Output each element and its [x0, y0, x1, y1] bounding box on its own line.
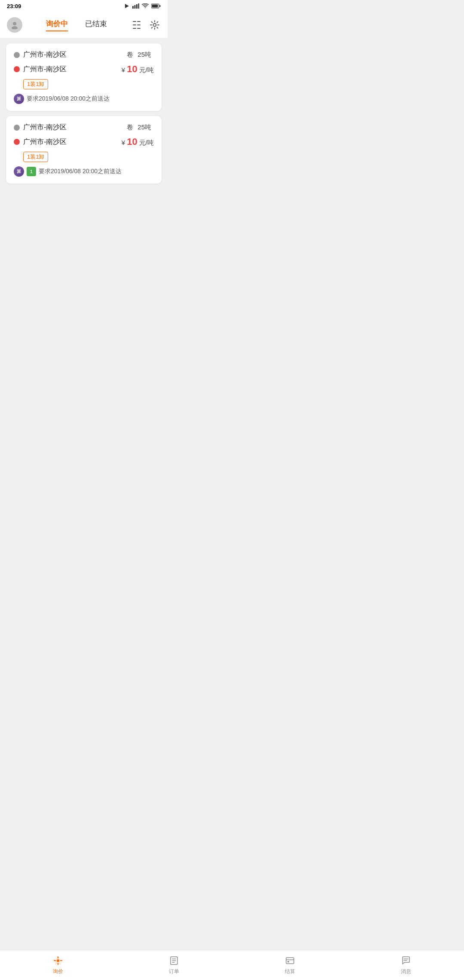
to-location-2: 广州市-南沙区 [14, 138, 67, 147]
to-dot-icon-1 [14, 66, 20, 72]
svg-rect-15 [137, 28, 140, 29]
delivery-row-1: 派 要求2019/06/08 20:00之前送达 [14, 94, 154, 104]
price-unit-1: 元/吨 [139, 66, 154, 74]
route-from-row-2: 广州市-南沙区 卷 25吨 [14, 123, 154, 132]
svg-rect-4 [138, 3, 140, 9]
settings-icon[interactable] [149, 19, 161, 31]
response-badge-icon-2: 1 [27, 167, 36, 176]
user-avatar[interactable] [7, 17, 22, 33]
weight-1: 25吨 [137, 51, 151, 58]
route-to-row-2: 广州市-南沙区 ¥ 10 元/吨 [14, 136, 154, 147]
play-icon [124, 3, 130, 9]
delivery-row-2: 派 1 要求2019/06/08 20:00之前送达 [14, 166, 154, 177]
from-city-1: 广州市-南沙区 [23, 50, 67, 59]
status-icons [124, 3, 161, 9]
inquiry-card-1[interactable]: 广州市-南沙区 卷 25吨 广州市-南沙区 ¥ 10 元/吨 1装1卸 派 要求… [6, 43, 162, 111]
from-city-2: 广州市-南沙区 [23, 123, 67, 132]
svg-rect-12 [133, 28, 136, 29]
svg-rect-3 [136, 4, 137, 9]
svg-marker-0 [125, 4, 129, 8]
weight-info-2: 卷 25吨 [127, 123, 154, 132]
svg-rect-10 [133, 21, 136, 22]
price-number-2: 10 [127, 136, 137, 147]
content-area: 广州市-南沙区 卷 25吨 广州市-南沙区 ¥ 10 元/吨 1装1卸 派 要求… [0, 38, 168, 189]
price-unit-2: 元/吨 [139, 139, 154, 146]
user-icon [10, 21, 19, 29]
delivery-text-1: 要求2019/06/08 20:00之前送达 [27, 95, 110, 103]
price-info-1: ¥ 10 元/吨 [122, 64, 154, 75]
header-icons [131, 19, 161, 31]
route-to-row-1: 广州市-南沙区 ¥ 10 元/吨 [14, 64, 154, 75]
to-dot-icon-2 [14, 139, 20, 145]
inquiry-card-2[interactable]: 广州市-南沙区 卷 25吨 广州市-南沙区 ¥ 10 元/吨 1装1卸 派 1 [6, 116, 162, 184]
to-location-1: 广州市-南沙区 [14, 65, 67, 74]
header: 询价中 已结束 [0, 12, 168, 38]
from-location-2: 广州市-南沙区 [14, 123, 67, 132]
load-unload-tag-1: 1装1卸 [23, 79, 48, 89]
weight-info-1: 卷 25吨 [127, 51, 154, 59]
to-city-2: 广州市-南沙区 [23, 138, 67, 147]
派-badge-1: 派 [14, 94, 24, 104]
load-unload-tag-2: 1装1卸 [23, 152, 48, 162]
list-icon[interactable] [131, 19, 143, 31]
svg-point-16 [153, 24, 156, 27]
svg-rect-2 [134, 5, 136, 9]
header-tabs: 询价中 已结束 [22, 19, 131, 31]
svg-point-8 [13, 22, 16, 25]
from-location-1: 广州市-南沙区 [14, 50, 67, 59]
signal-icon [132, 3, 139, 9]
price-number-1: 10 [127, 64, 137, 74]
svg-rect-13 [137, 21, 140, 22]
svg-rect-1 [132, 6, 134, 9]
battery-icon [151, 3, 161, 9]
delivery-text-2: 要求2019/06/08 20:00之前送达 [39, 168, 122, 175]
svg-rect-7 [159, 5, 161, 7]
currency-symbol-1: ¥ [122, 66, 125, 74]
from-dot-icon-2 [14, 125, 20, 131]
svg-point-9 [12, 26, 18, 29]
svg-rect-14 [137, 24, 140, 25]
svg-rect-6 [152, 5, 158, 8]
wifi-icon [142, 3, 149, 9]
route-from-row-1: 广州市-南沙区 卷 25吨 [14, 50, 154, 59]
weight-2: 25吨 [137, 123, 151, 131]
status-bar: 23:09 [0, 0, 168, 12]
currency-symbol-2: ¥ [122, 139, 125, 146]
svg-rect-11 [133, 24, 136, 25]
price-info-2: ¥ 10 元/吨 [122, 136, 154, 147]
from-dot-icon-1 [14, 52, 20, 58]
roll-label-1: 卷 [127, 51, 133, 58]
tab-ended[interactable]: 已结束 [85, 19, 107, 31]
tag-row-1: 1装1卸 [23, 79, 154, 89]
派-badge-2: 派 [14, 166, 24, 177]
roll-label-2: 卷 [127, 123, 133, 131]
status-time: 23:09 [7, 3, 21, 9]
to-city-1: 广州市-南沙区 [23, 65, 67, 74]
tab-inquiring[interactable]: 询价中 [46, 19, 68, 31]
tag-row-2: 1装1卸 [23, 152, 154, 162]
